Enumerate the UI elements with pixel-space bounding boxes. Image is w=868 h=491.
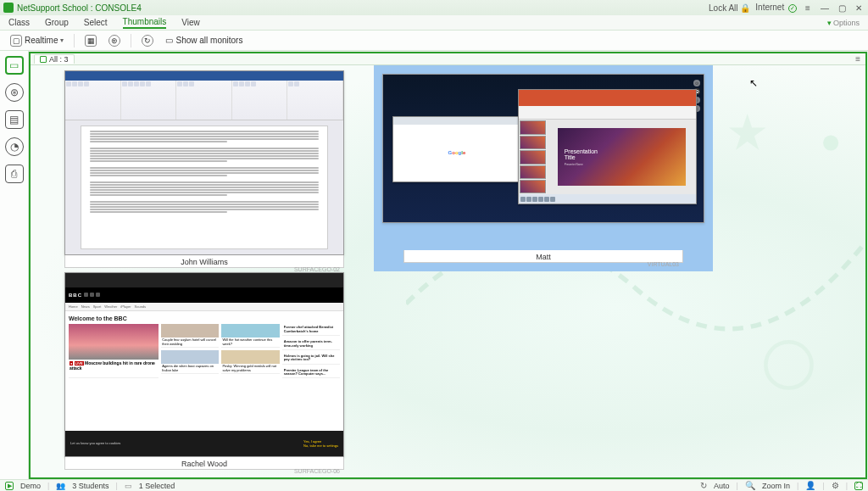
student-thumb-john[interactable]: John WilliamsSURFACEGO-02 xyxy=(64,70,344,268)
status-selected: 1 Selected xyxy=(139,482,175,490)
ribbon-toolbar: ▢ Realtime ▾ ▦ ⊛ ↻ ▭ Show all monitors xyxy=(0,31,868,51)
word-preview xyxy=(65,71,343,254)
monitor-icon: ▭ xyxy=(165,36,173,45)
padlock-icon: 🔒 xyxy=(740,3,750,13)
maximize-button[interactable]: ▢ xyxy=(836,3,848,13)
tab-all[interactable]: All : 3 xyxy=(34,54,75,64)
menu-view[interactable]: View xyxy=(181,18,200,27)
desktop-preview: ⊙ ⦿ ○ ○ Google xyxy=(383,75,704,222)
chevron-down-icon: ▾ xyxy=(60,36,64,44)
zoom-icon[interactable]: 🔍 xyxy=(745,481,755,490)
student-thumb-matt[interactable]: ⊙ ⦿ ○ ○ Google xyxy=(374,65,713,271)
lock-all-button[interactable]: Lock All 🔒 xyxy=(709,3,750,13)
student-device: VIRTUAL03 xyxy=(648,261,679,267)
bbc-logo: BBC xyxy=(69,293,82,298)
hamburger-icon[interactable]: ≡ xyxy=(855,54,860,64)
person-icon[interactable]: 👤 xyxy=(805,481,815,490)
globe-icon: ⊛ xyxy=(108,35,120,47)
minimize-button[interactable]: — xyxy=(819,3,831,13)
settings-icon[interactable]: ⚙ xyxy=(832,481,839,490)
close-button[interactable]: ✕ xyxy=(853,3,865,13)
menu-select[interactable]: Select xyxy=(84,18,108,27)
side-globe-icon[interactable]: ⊛ xyxy=(5,83,24,102)
square-icon xyxy=(40,56,47,63)
pin-icon: ⊙ xyxy=(693,80,700,86)
powerpoint-window: Presentation TitlePresenter Name xyxy=(518,89,698,204)
title-bar: NetSupport School : CONSOLE4 Lock All 🔒 … xyxy=(0,0,868,15)
student-name: Matt xyxy=(406,253,681,261)
expand-icon[interactable]: ⛶ xyxy=(854,482,863,490)
grid-view-button[interactable]: ▦ xyxy=(81,33,100,48)
status-bar: ▶ Demo | 👥 3 Students | ▭ 1 Selected ↻ A… xyxy=(0,479,868,491)
side-window-icon[interactable]: ▤ xyxy=(5,110,24,129)
menu-group[interactable]: Group xyxy=(45,18,69,27)
menu-icon[interactable]: ≡ xyxy=(802,3,814,13)
status-demo-icon: ▶ xyxy=(5,482,14,490)
side-monitor-icon[interactable]: ▭ xyxy=(5,56,24,75)
student-name: John Williams xyxy=(67,258,342,266)
chrome-window: Google xyxy=(392,116,520,182)
side-print-icon[interactable]: ⎙ xyxy=(5,165,24,183)
student-thumb-rachel[interactable]: BBC HomeNewsSportWeatheriPlayerSounds We… xyxy=(64,272,344,470)
options-button[interactable]: ▾Options xyxy=(827,19,860,27)
check-icon: ✓ xyxy=(788,4,797,13)
people-icon: 👥 xyxy=(56,482,65,490)
side-pie-icon[interactable]: ◔ xyxy=(5,137,24,156)
refresh-icon: ↻ xyxy=(142,35,153,47)
show-all-monitors[interactable]: ▭ Show all monitors xyxy=(162,34,246,47)
status-students: 3 Students xyxy=(72,482,108,490)
refresh-button[interactable]: ↻ xyxy=(138,33,157,48)
group-tabstrip: All : 3 ≡ xyxy=(31,53,865,65)
realtime-icon: ▢ xyxy=(10,35,22,47)
window-title: NetSupport School : CONSOLE4 xyxy=(17,3,709,13)
status-demo: Demo xyxy=(20,482,41,490)
selected-icon: ▭ xyxy=(125,482,132,490)
google-logo: Google xyxy=(448,150,466,155)
left-sidebar: ▭ ⊛ ▤ ◔ ⎙ xyxy=(0,51,29,479)
globe-button[interactable]: ⊛ xyxy=(105,33,124,48)
app-icon xyxy=(3,3,14,13)
refresh-icon[interactable]: ↻ xyxy=(700,481,707,490)
student-device: SURFACEGO-06 xyxy=(294,468,340,474)
realtime-button[interactable]: ▢ Realtime ▾ xyxy=(7,33,67,48)
status-auto[interactable]: Auto xyxy=(714,482,730,490)
browser-preview: BBC HomeNewsSportWeatheriPlayerSounds We… xyxy=(65,273,343,456)
menu-class[interactable]: Class xyxy=(8,18,30,27)
mouse-cursor: ↖ xyxy=(749,77,758,89)
status-zoom[interactable]: Zoom In xyxy=(762,482,790,490)
workspace: All : 3 ≡ xyxy=(29,52,867,479)
internet-status[interactable]: Internet ✓ xyxy=(755,3,797,13)
menu-thumbnails[interactable]: Thumbnails xyxy=(123,17,167,29)
grid-icon: ▦ xyxy=(85,35,97,47)
menu-bar: Class Group Select Thumbnails View ▾Opti… xyxy=(0,15,868,31)
student-device: SURFACEGO-02 xyxy=(294,266,340,272)
student-name: Rachel Wood xyxy=(67,460,342,468)
